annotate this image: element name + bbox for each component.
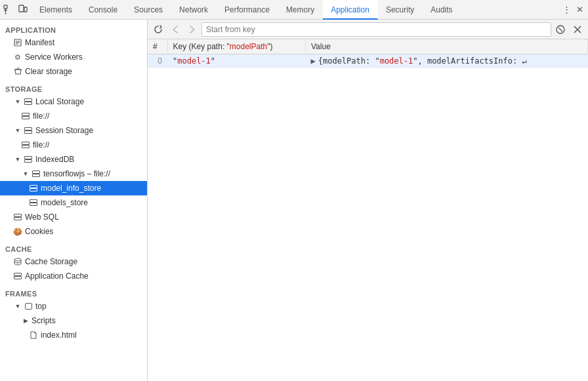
inspect-icon[interactable] (3, 4, 14, 16)
devtools-icons (3, 4, 29, 16)
sidebar-item-web-sql[interactable]: Web SQL (0, 210, 147, 224)
svg-rect-30 (25, 304, 32, 310)
expand-scripts-icon: ▶ (21, 317, 30, 324)
col-value-header: Value (306, 39, 588, 54)
table-header-row: # Key (Key path: "modelPath") Value (148, 39, 588, 54)
tensorflowjs-label: tensorflowjs – file:// (43, 169, 110, 178)
svg-rect-13 (25, 128, 32, 130)
sidebar-item-session-storage[interactable]: ▼ Session Storage (0, 123, 147, 138)
prev-button[interactable] (167, 22, 183, 37)
session-storage-file-icon (21, 142, 30, 148)
svg-rect-16 (22, 146, 30, 148)
tab-security[interactable]: Security (378, 0, 423, 20)
tab-sources[interactable]: Sources (126, 0, 171, 20)
application-cache-label: Application Cache (25, 271, 89, 281)
clear-icon-button[interactable] (553, 22, 568, 37)
device-icon[interactable] (17, 4, 29, 16)
search-input[interactable] (201, 22, 551, 37)
sidebar-section-frames: Frames (0, 286, 147, 299)
web-sql-label: Web SQL (25, 212, 59, 222)
local-storage-file-label: file:// (33, 111, 49, 121)
svg-rect-11 (22, 113, 30, 116)
scripts-label: Scripts (32, 316, 56, 325)
tab-application[interactable]: Application (323, 0, 378, 20)
svg-point-27 (14, 258, 21, 261)
svg-rect-10 (25, 102, 32, 105)
top-frame-icon (24, 303, 33, 310)
row-value: ▶{modelPath: "model-1", modelArtifactsIn… (306, 54, 588, 68)
sidebar-section-cache: Cache (0, 241, 147, 254)
sidebar-item-scripts[interactable]: ▶ Scripts (0, 313, 147, 328)
svg-rect-25 (14, 214, 22, 217)
content-toolbar (148, 20, 588, 39)
index-html-label: index.html (41, 331, 77, 340)
expand-session-storage-icon: ▼ (13, 127, 22, 134)
svg-line-32 (558, 28, 562, 31)
sidebar-section-storage: Storage (0, 81, 147, 94)
svg-rect-21 (30, 186, 37, 188)
local-storage-label: Local Storage (35, 97, 84, 106)
svg-rect-9 (25, 99, 32, 102)
expand-top-icon: ▼ (13, 303, 22, 310)
delete-button[interactable] (570, 22, 585, 37)
svg-rect-22 (30, 189, 37, 191)
sidebar-item-local-storage-file[interactable]: file:// (0, 109, 147, 123)
sidebar-item-index-html[interactable]: index.html (0, 328, 147, 342)
svg-rect-4 (24, 7, 27, 12)
tab-audits[interactable]: Audits (423, 0, 461, 20)
svg-rect-12 (22, 117, 30, 119)
key-path-highlight: modelPath (230, 42, 267, 51)
tab-bar: Elements Console Sources Network Perform… (0, 0, 588, 20)
more-tabs-icon[interactable]: ⋮ (560, 4, 572, 16)
model-info-store-icon (29, 185, 38, 191)
tab-console[interactable]: Console (81, 0, 126, 20)
sidebar-item-local-storage[interactable]: ▼ Local Storage (0, 94, 147, 109)
tab-network[interactable]: Network (171, 0, 217, 20)
next-button[interactable] (184, 22, 200, 37)
web-sql-icon (13, 214, 22, 220)
sidebar-item-service-workers[interactable]: ⚙ Service Workers (0, 50, 147, 64)
session-storage-file-label: file:// (33, 140, 49, 150)
svg-rect-24 (30, 203, 37, 206)
sidebar-item-cache-storage[interactable]: Cache Storage (0, 254, 147, 269)
expand-local-storage-icon: ▼ (13, 98, 22, 105)
sidebar-item-cookies[interactable]: 🍪 Cookies (0, 224, 147, 239)
tab-memory[interactable]: Memory (278, 0, 323, 20)
cache-storage-icon (13, 258, 22, 266)
col-num-header: # (148, 39, 167, 54)
sidebar-item-application-cache[interactable]: Application Cache (0, 269, 147, 283)
sidebar-item-tensorflowjs[interactable]: ▼ tensorflowjs – file:// (0, 167, 147, 181)
close-devtools-icon[interactable]: ✕ (574, 4, 585, 16)
content-area: # Key (Key path: "modelPath") Value 0 "m… (148, 20, 588, 381)
manifest-icon (13, 39, 22, 47)
sidebar-item-session-storage-file[interactable]: file:// (0, 138, 147, 152)
row-key: "model-1" (167, 54, 306, 68)
svg-rect-17 (25, 157, 32, 159)
sidebar-item-clear-storage[interactable]: Clear storage (0, 64, 147, 79)
sidebar-item-indexeddb[interactable]: ▼ IndexedDB (0, 152, 147, 167)
sidebar-item-manifest[interactable]: Manifest (0, 35, 147, 50)
sidebar-item-models-store[interactable]: models_store (0, 195, 147, 210)
svg-rect-14 (25, 131, 32, 134)
model-info-store-label: model_info_store (41, 184, 101, 193)
cookies-label: Cookies (25, 227, 53, 236)
expand-tensorflowjs-icon: ▼ (21, 170, 30, 177)
sidebar-item-model-info-store[interactable]: model_info_store (0, 181, 147, 195)
tab-elements[interactable]: Elements (32, 0, 81, 20)
svg-rect-26 (14, 218, 22, 220)
indexeddb-icon (24, 156, 33, 163)
row-num: 0 (148, 54, 167, 68)
sidebar-item-top[interactable]: ▼ top (0, 299, 147, 313)
indexed-db-table: # Key (Key path: "modelPath") Value 0 "m… (148, 39, 588, 68)
clear-storage-icon (13, 68, 22, 75)
tab-performance[interactable]: Performance (217, 0, 278, 20)
table-row[interactable]: 0 "model-1" ▶{modelPath: "model-1", mode… (148, 54, 588, 68)
application-cache-icon (13, 273, 22, 279)
refresh-button[interactable] (150, 22, 166, 37)
svg-rect-15 (22, 142, 30, 145)
tab-bar-more: ⋮ ✕ (560, 4, 585, 16)
sidebar-section-application: Application (0, 22, 147, 35)
indexeddb-label: IndexedDB (35, 155, 74, 164)
col-key-header: Key (Key path: "modelPath") (167, 39, 306, 54)
expand-indexeddb-icon: ▼ (13, 156, 22, 163)
